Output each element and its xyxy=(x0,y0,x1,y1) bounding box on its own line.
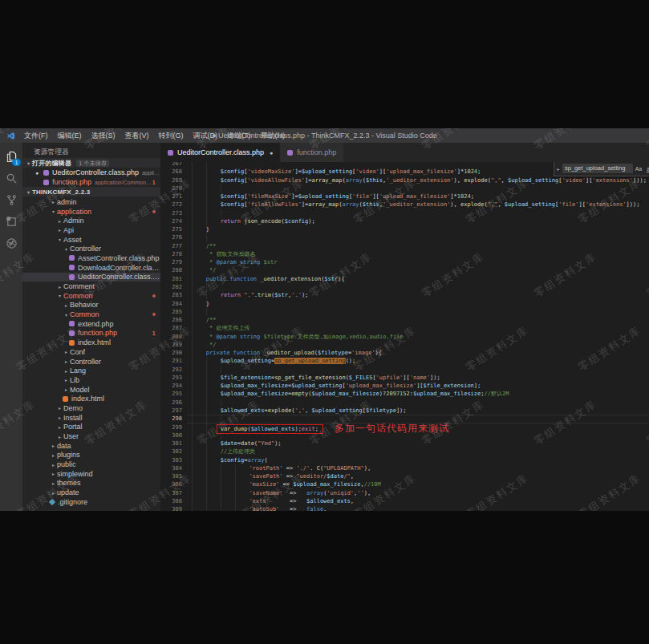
code-line-content[interactable]: * 处理文件上传 xyxy=(187,324,649,332)
tree-item-application[interactable]: ▾application xyxy=(22,207,160,217)
open-editor-item[interactable]: ●UeditorController.class.phpapplication\… xyxy=(22,168,160,177)
folder-section-header[interactable]: ▾ THINKCMFX_2.2.3 xyxy=(22,187,160,196)
open-editor-item[interactable]: function.phpapplication/Common/Comm...1 xyxy=(22,177,160,187)
code-line-content[interactable] xyxy=(187,233,649,241)
code-line-content[interactable] xyxy=(187,209,649,217)
tree-item-controller[interactable]: ▸Controller xyxy=(22,357,160,367)
code-line-content[interactable]: public function _ueditor_extension($str)… xyxy=(187,275,649,283)
line-number: 307 xyxy=(160,489,187,497)
match-case-icon[interactable]: Aa xyxy=(633,166,645,172)
extensions-icon[interactable] xyxy=(0,211,22,233)
code-line-content[interactable] xyxy=(187,184,649,192)
tree-item-update[interactable]: ▸update xyxy=(22,488,160,497)
tab-ueditorcontroller-class-php[interactable]: UeditorController.class.php● xyxy=(160,143,280,162)
code-line-content[interactable]: return json_encode($config); xyxy=(187,217,649,225)
code-line-content[interactable]: $config=array( xyxy=(187,456,649,464)
code-line-content[interactable]: } xyxy=(187,300,649,308)
tree-item-downloadcontroller-class-php[interactable]: DownloadController.class.php xyxy=(22,263,160,273)
open-editors-header[interactable]: ▾ 打开的编辑器 1 个未保存 xyxy=(22,158,160,168)
search-icon[interactable] xyxy=(0,168,22,189)
tree-item-label: Asset xyxy=(63,236,82,244)
tree-item-simplewind[interactable]: ▸simplewind xyxy=(22,469,160,479)
code-token: public function xyxy=(206,276,260,282)
code-line-content[interactable]: return ".".trim($str,'.'); xyxy=(187,291,649,299)
menu-item[interactable]: 终端(T) xyxy=(223,128,255,143)
tree-item-controller[interactable]: ▾Controller xyxy=(22,244,160,253)
code-line-content[interactable]: //上传处理类 xyxy=(187,448,649,456)
menu-item[interactable]: 转到(G) xyxy=(155,128,188,143)
tree-item-portal[interactable]: ▸Portal xyxy=(22,423,160,432)
code-line-content[interactable] xyxy=(187,366,649,374)
tree-item-themes[interactable]: ▸themes xyxy=(22,479,160,488)
code-line-content[interactable]: * @param string $filetype 文件类型,如image,ve… xyxy=(187,333,649,341)
code-line-content[interactable]: 'saveName' => array('uniqid',''), xyxy=(187,489,649,497)
code-line-content[interactable]: $allowed_exts=explode(',', $upload_setti… xyxy=(187,407,649,415)
tree-item-lib[interactable]: ▸Lib xyxy=(22,375,160,385)
find-widget[interactable]: ▸ sp_get_upload_setting Aa ab xyxy=(554,162,649,176)
tree-item-plugins[interactable]: ▸plugins xyxy=(22,451,160,460)
code-line-content[interactable]: $upload_setting=sp_get_upload_setting(); xyxy=(187,357,649,365)
tree-item-public[interactable]: ▸public xyxy=(22,460,160,469)
code-line-content[interactable]: $file_extension=sp_get_file_extension($_… xyxy=(187,374,649,382)
tree-item-function-php[interactable]: function.php1 xyxy=(22,329,160,338)
tab-function-php[interactable]: function.php xyxy=(280,143,343,162)
tree-item-extend-php[interactable]: extend.php xyxy=(22,319,160,329)
tree-item-asset[interactable]: ▾Asset xyxy=(22,235,160,245)
tree-item-assetcontroller-class-php[interactable]: AssetController.class.php xyxy=(22,253,160,263)
tree-item-demo[interactable]: ▸Demo xyxy=(22,403,160,413)
code-line-content[interactable]: 'autoSub' => false, xyxy=(187,505,649,511)
tree-item-api[interactable]: ▸Api xyxy=(22,225,160,235)
explorer-icon[interactable]: 1 xyxy=(0,146,22,168)
tree-item-admin[interactable]: ▸admin xyxy=(22,197,160,207)
code-line-content[interactable]: $date=date("Ymd"); xyxy=(187,439,649,448)
code-line-content[interactable]: 'savePath' => "ueditor/$date/", xyxy=(187,472,649,480)
tree-item-lang[interactable]: ▸Lang xyxy=(22,366,160,375)
code-line-content[interactable]: $upload_max_filesize=$upload_setting['up… xyxy=(187,382,649,390)
menu-item[interactable]: 帮助(H) xyxy=(257,128,290,143)
code-line-content[interactable]: * 获取文件后缀名 xyxy=(187,250,649,258)
tree-item-common[interactable]: ▾Common xyxy=(22,291,160,301)
code-line-content[interactable]: $config['fileAllowFiles']=array_map(arra… xyxy=(187,200,649,209)
tree-item-common[interactable]: ▾Common xyxy=(22,310,160,319)
code-line-content[interactable]: $upload_max_filesize=empty($upload_max_f… xyxy=(187,390,649,398)
find-input[interactable]: sp_get_upload_setting xyxy=(562,164,633,173)
menu-item[interactable]: 查看(V) xyxy=(121,128,153,143)
tree-item-admin[interactable]: ▸Admin xyxy=(22,216,160,225)
code-line-content[interactable] xyxy=(187,399,649,407)
tree-item-index-html[interactable]: index.html xyxy=(22,338,160,347)
code-line-content[interactable]: var_dump($allowed_exts);exit;多加一句话代码用来测试 xyxy=(187,423,649,431)
tree-item-comment[interactable]: ▸Comment xyxy=(22,281,160,291)
code-line-content[interactable]: $config['videoAllowFiles']=array_map(arr… xyxy=(187,176,649,184)
code-line-content[interactable]: */ xyxy=(187,266,649,274)
tree-item-user[interactable]: ▸User xyxy=(22,431,160,441)
code-line-content[interactable]: 'maxSize' => $upload_max_filesize,//10M xyxy=(187,480,649,488)
chevron-right-icon[interactable]: ▸ xyxy=(554,166,562,172)
tree-item-behavior[interactable]: ▸Behavior xyxy=(22,301,160,310)
code-line-content[interactable] xyxy=(187,308,649,316)
menu-item[interactable]: 调试(D) xyxy=(189,128,222,143)
code-line-content[interactable]: /** xyxy=(187,242,649,250)
menu-item[interactable]: 编辑(E) xyxy=(54,128,86,143)
code-line-content[interactable]: private function _ueditor_upload($filety… xyxy=(187,349,649,357)
code-line-content[interactable] xyxy=(187,283,649,291)
code-line-content[interactable] xyxy=(187,415,649,423)
plugin-circle-icon[interactable] xyxy=(0,233,22,254)
code-line-content[interactable]: */ xyxy=(187,341,649,349)
menu-item[interactable]: 文件(F) xyxy=(20,128,52,143)
code-line-content[interactable]: } xyxy=(187,225,649,233)
code-line-content[interactable]: 'rootPath' => './'. C("UPLOADPATH"), xyxy=(187,464,649,472)
code-line-content[interactable]: 'exts' => $allowed_exts, xyxy=(187,497,649,505)
tree-item-data[interactable]: ▸data xyxy=(22,441,160,451)
tree-item--gitignore[interactable]: .gitignore xyxy=(22,497,160,507)
code-line-content[interactable]: $config['fileMaxSize']=$upload_setting['… xyxy=(187,192,649,200)
code-line-content[interactable]: * @param string $str xyxy=(187,258,649,266)
tree-item-index-html[interactable]: index.html xyxy=(22,394,160,403)
tree-item-conf[interactable]: ▸Conf xyxy=(22,347,160,357)
code-line-content[interactable]: /** xyxy=(187,316,649,324)
source-control-icon[interactable] xyxy=(0,189,22,211)
tree-item-model[interactable]: ▸Model xyxy=(22,385,160,395)
tree-item-ueditorcontroller-class-php[interactable]: UeditorController.class.php xyxy=(22,273,160,282)
whole-word-icon[interactable]: ab xyxy=(644,166,649,172)
tree-item-install[interactable]: ▸Install xyxy=(22,413,160,423)
menu-item[interactable]: 选择(S) xyxy=(87,128,120,143)
